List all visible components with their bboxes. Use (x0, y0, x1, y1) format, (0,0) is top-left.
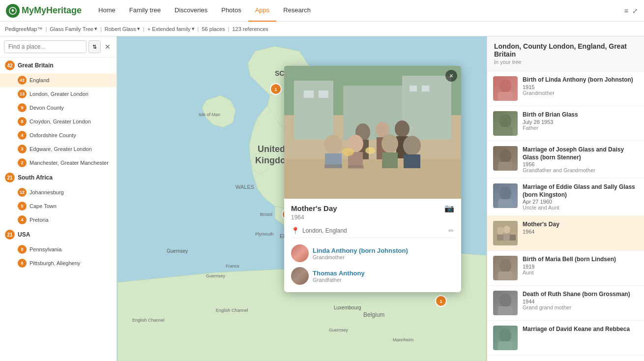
sidebar-item-pretoria[interactable]: 4 Pretoria (0, 213, 117, 227)
right-panel-date-linda: 1915 (523, 84, 638, 90)
search-clear-button[interactable]: ✕ (103, 42, 113, 52)
nav-discoveries[interactable]: Discoveries (168, 0, 214, 22)
map-marker-9[interactable]: 1 (436, 296, 446, 306)
svg-text:WALES: WALES (235, 184, 254, 190)
breadcrumb-references: 123 references (232, 26, 268, 32)
sidebar-item-oxfordshire[interactable]: 4 Oxfordshire County (0, 128, 117, 142)
right-panel-event-maria: Birth of Maria Bell (born Lindsen) (523, 256, 638, 264)
popup-photo (284, 66, 461, 199)
right-panel-item-linda[interactable]: Birth of Linda Anthony (born Johnston) 1… (487, 71, 644, 106)
sidebar-item-pennsylvania-label: Pennsylvania (29, 246, 61, 252)
svg-rect-75 (498, 127, 513, 136)
search-input[interactable] (4, 40, 87, 53)
sidebar-item-pennsylvania[interactable]: 8 Pennsylvania (0, 242, 117, 256)
camera-icon[interactable]: 📷 (444, 204, 454, 213)
svg-point-82 (503, 226, 510, 234)
logo[interactable]: MyMyHeritage (6, 4, 82, 18)
sidebar-item-london[interactable]: 13 London, Greater London (0, 87, 117, 101)
nav-home[interactable]: Home (91, 0, 122, 22)
popup-person-thomas[interactable]: Thomas Anthony Grandfather (291, 265, 454, 287)
breadcrumb-person[interactable]: Robert Glass ▾ (105, 26, 140, 32)
count-badge-london: 13 (18, 90, 27, 98)
sidebar-item-pittsburgh[interactable]: 6 Pittsburgh, Allegheny (0, 256, 117, 270)
popup-close-button[interactable]: × (445, 70, 457, 82)
nav-family-tree[interactable]: Family tree (122, 0, 168, 22)
popup-body: Mother's Day 📷 1964 📍 London, England ✏ … (284, 199, 461, 292)
right-panel-content-brian: Birth of Brian Glass July 28 1953 Father (523, 111, 638, 131)
svg-rect-88 (498, 271, 513, 280)
sidebar-list: 42 Great Britain 42 England 13 London, G… (0, 58, 117, 361)
nav-research[interactable]: Research (276, 0, 318, 22)
svg-point-89 (499, 294, 511, 307)
svg-point-58 (395, 120, 410, 137)
right-panel-item-maria[interactable]: Birth of Maria Bell (born Lindsen) 1919 … (487, 251, 644, 286)
breadcrumb-tree[interactable]: Glass Family Tree ▾ (50, 26, 97, 32)
right-panel-avatar-eddie (493, 183, 518, 208)
popup-person-role-linda: Grandmother (313, 254, 454, 260)
svg-rect-51 (410, 86, 417, 91)
nav-items: Home Family tree Discoveries Photos Apps… (91, 0, 318, 22)
right-panel-avatar-ruth (493, 291, 518, 315)
sidebar-item-london-label: London, Greater London (29, 91, 88, 97)
location-pin-icon: 📍 (291, 227, 299, 235)
sidebar-item-england-label: England (29, 77, 49, 83)
svg-text:1: 1 (439, 299, 442, 304)
right-panel-item-eddie[interactable]: Marriage of Eddie Glass and Sally Glass … (487, 179, 644, 216)
right-panel-item-ruth[interactable]: Death of Ruth Shane (born Grossman) 1944… (487, 286, 644, 321)
svg-rect-86 (510, 235, 516, 241)
right-panel-item-brian[interactable]: Birth of Brian Glass July 28 1953 Father (487, 106, 644, 141)
breadcrumb-sep-3: | (143, 26, 145, 32)
popup-person-avatar-linda (291, 244, 309, 262)
search-swap-button[interactable]: ⇅ (88, 40, 101, 53)
svg-point-64 (381, 134, 398, 153)
map-marker-1[interactable]: 1 (270, 84, 281, 94)
sidebar-group-header-great-britain[interactable]: 42 Great Britain (0, 58, 117, 73)
right-panel-item-david[interactable]: Marriage of David Keane and Rebbeca (487, 321, 644, 356)
right-panel-content-david: Marriage of David Keane and Rebbeca (523, 326, 638, 333)
popup-person-avatar-thomas (291, 267, 309, 285)
popup-person-name-thomas[interactable]: Thomas Anthony (313, 270, 454, 277)
breadcrumb-extended[interactable]: + Extended family ▾ (147, 26, 195, 32)
sidebar-item-johannesburg[interactable]: 12 Johannesburg (0, 185, 117, 199)
right-panel-relation-eddie: Uncle and Aunt (523, 205, 638, 211)
sidebar-group-header-usa[interactable]: 21 USA (0, 227, 117, 242)
sidebar-item-pretoria-label: Pretoria (29, 217, 49, 223)
svg-point-91 (499, 329, 511, 342)
right-panel-list: Birth of Linda Anthony (born Johnston) 1… (487, 71, 644, 361)
count-badge-pittsburgh: 6 (18, 259, 27, 268)
svg-rect-47 (402, 76, 451, 140)
popup-location: 📍 London, England ✏ (291, 224, 454, 238)
main-container: ⇅ ✕ 42 Great Britain 42 England 13 Londo… (0, 36, 644, 361)
svg-text:Belgium: Belgium (363, 311, 384, 318)
map-area[interactable]: SCOTLAND United Kingdom WALES ENGLAND Is… (117, 36, 487, 361)
right-panel-event-david: Marriage of David Keane and Rebbeca (523, 326, 638, 333)
right-panel-relation-ruth: Grand grand mother (523, 304, 638, 310)
svg-point-83 (510, 227, 516, 234)
right-panel-item-mothers-day[interactable]: Mother's Day 1964 (487, 216, 644, 251)
edit-location-icon[interactable]: ✏ (448, 227, 454, 235)
popup-person-name-linda[interactable]: Linda Anthony (born Johnston) (313, 247, 454, 254)
right-panel-item-joseph[interactable]: Marriage of Joseph Glass and Daisy Glass… (487, 141, 644, 179)
filter-icon[interactable]: ≡ (624, 7, 628, 15)
count-badge-johannesburg: 12 (18, 188, 27, 197)
sidebar-item-england[interactable]: 42 England (0, 73, 117, 87)
right-panel-content-eddie: Marriage of Eddie Glass and Sally Glass … (523, 183, 638, 211)
photo-popup: × (284, 66, 461, 292)
count-badge-devon: 9 (18, 103, 27, 112)
sidebar-item-edgware[interactable]: 3 Edgware, Greater London (0, 142, 117, 156)
sidebar-item-devon[interactable]: 9 Devon County (0, 101, 117, 115)
expand-icon[interactable]: ⤢ (632, 7, 638, 15)
breadcrumb-pedigree[interactable]: PedigreeMap™ (5, 26, 42, 32)
svg-rect-65 (382, 152, 398, 168)
sidebar-item-capetown[interactable]: 5 Cape Town (0, 199, 117, 213)
sidebar-group-label-great-britain: Great Britain (18, 62, 54, 69)
sidebar-item-manchester[interactable]: 2 Manchester, Greater Manchester (0, 156, 117, 170)
nav-apps[interactable]: Apps (248, 0, 277, 22)
right-panel-avatar-joseph (493, 146, 518, 171)
right-panel-content-ruth: Death of Ruth Shane (born Grossman) 1944… (523, 291, 638, 310)
sidebar-group-header-south-africa[interactable]: 21 South Africa (0, 170, 117, 185)
popup-person-linda[interactable]: Linda Anthony (born Johnston) Grandmothe… (291, 242, 454, 265)
nav-photos[interactable]: Photos (214, 0, 248, 22)
sidebar-item-croydon[interactable]: 8 Croydon, Greater London (0, 115, 117, 128)
right-panel: London, County London, England, Great Br… (487, 36, 644, 361)
